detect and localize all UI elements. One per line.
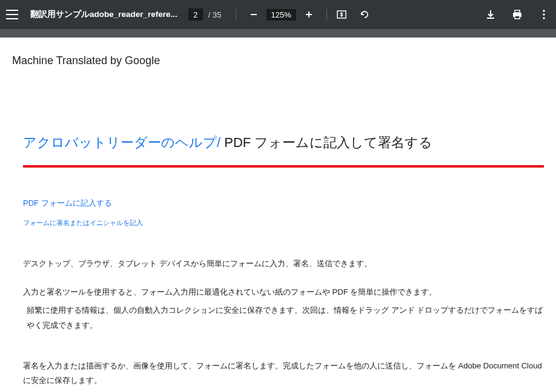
divider [326,9,327,20]
document-page: Machine Translated by Google アクロバットリーダーの… [0,38,556,392]
title-underline [23,165,544,168]
fit-page-button[interactable] [336,8,348,21]
divider [236,9,236,20]
zoom-in-button[interactable] [300,5,318,24]
document-title: 翻訳用サンプルadobe_reader_refere... [30,9,177,20]
paragraph: 入力と署名ツールを使用すると、フォーム入力用に最適化されていない紙のフォームや … [23,285,544,300]
svg-point-9 [543,10,544,11]
zoom-level-display[interactable]: 125% [266,9,296,21]
paragraph: 署名を入力または描画するか、画像を使用して、フォームに署名します。完成したフォー… [23,359,544,388]
zoom-out-button[interactable] [245,5,263,24]
rotate-button[interactable] [359,8,371,21]
paragraph: 頻繁に使用する情報は、個人の自動入力コレクションに安全に保存できます。次回は、情… [23,303,544,333]
page-title: アクロバットリーダーのヘルプ/ PDF フォームに記入して署名する [23,134,544,152]
print-button[interactable] [511,8,523,21]
download-button[interactable] [485,8,497,21]
svg-rect-0 [251,14,257,15]
toc-link-sign-form[interactable]: フォームに署名またはイニシャルを記入 [23,218,544,227]
title-prefix-link[interactable]: アクロバットリーダーのヘルプ/ [23,135,220,150]
svg-point-10 [543,13,544,15]
menu-icon[interactable] [6,10,18,19]
more-options-button[interactable] [538,8,550,21]
page-number-input[interactable] [188,8,203,21]
svg-rect-2 [308,11,309,18]
svg-rect-5 [487,18,494,19]
pdf-viewer-toolbar: 翻訳用サンプルadobe_reader_refere... / 35 125% [0,0,556,29]
svg-point-11 [543,17,544,19]
page-total-label: / 35 [208,10,222,19]
svg-rect-6 [515,10,520,13]
translation-notice: Machine Translated by Google [12,54,544,67]
svg-rect-8 [515,16,520,19]
paragraph: デスクトップ、ブラウザ、タブレット デバイスから簡単にフォームに入力、署名、送信… [23,256,544,272]
body-content: デスクトップ、ブラウザ、タブレット デバイスから簡単にフォームに入力、署名、送信… [23,256,544,388]
toc-link-fill-form[interactable]: PDF フォームに記入する [23,198,544,209]
title-text: PDF フォームに記入して署名する [220,135,432,150]
